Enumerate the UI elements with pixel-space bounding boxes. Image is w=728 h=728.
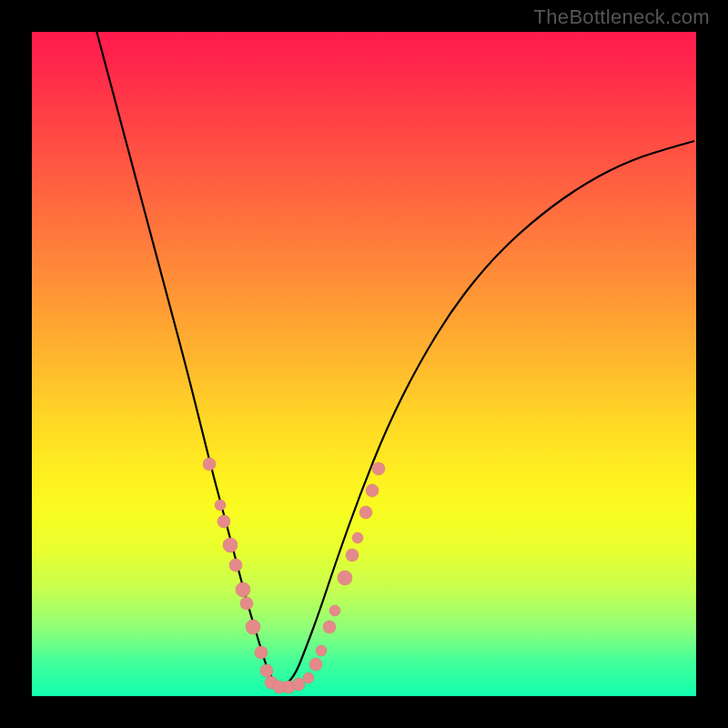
chart-overlay <box>32 32 696 696</box>
scatter-dot <box>223 538 238 552</box>
scatter-dot <box>260 664 273 677</box>
scatter-dot <box>203 458 216 470</box>
v-curve <box>96 32 694 686</box>
scatter-dot <box>372 462 385 475</box>
scatter-dot <box>255 646 268 659</box>
scatter-dot <box>303 672 314 683</box>
scatter-dot <box>359 506 372 519</box>
scatter-dot <box>217 515 230 528</box>
scatter-dot <box>229 559 242 571</box>
scatter-dots <box>203 458 385 693</box>
scatter-dot <box>338 571 352 585</box>
scatter-dot <box>309 658 322 671</box>
scatter-dot <box>346 549 359 561</box>
scatter-dot <box>240 597 253 610</box>
chart-frame: TheBottleneck.com <box>0 0 728 728</box>
watermark-text: TheBottleneck.com <box>534 5 710 29</box>
scatter-dot <box>215 500 226 511</box>
plot-area <box>32 32 696 696</box>
scatter-dot <box>352 532 363 543</box>
scatter-dot <box>329 605 340 616</box>
scatter-dot <box>246 620 260 634</box>
scatter-dot <box>316 645 327 656</box>
scatter-dot <box>323 621 336 633</box>
scatter-dot <box>292 678 305 691</box>
scatter-dot <box>236 582 250 597</box>
scatter-dot <box>366 484 379 497</box>
